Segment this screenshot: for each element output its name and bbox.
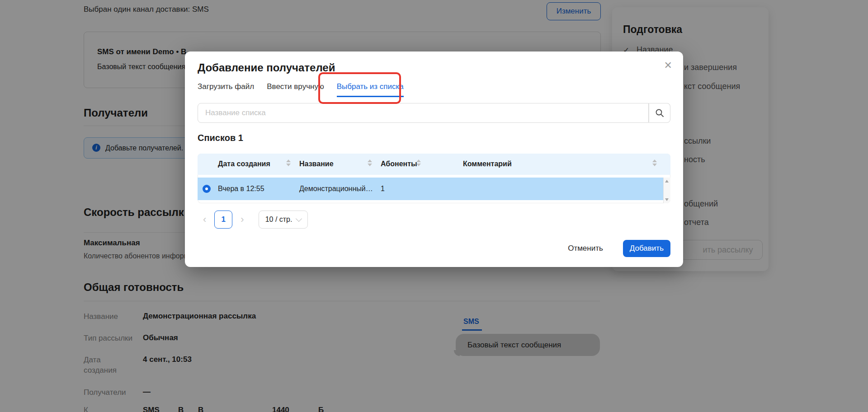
page-size-value: 10 / стр. [265,215,292,224]
tab-upload-file[interactable]: Загрузить файл [198,82,254,97]
lists-table: Дата создания Название Абоненты Коммента… [198,154,670,203]
add-button[interactable]: Добавить [623,240,670,257]
table-row[interactable]: Вчера в 12:55 Демонстрационный… 1 [198,178,664,200]
sort-icon[interactable] [286,159,291,166]
column-header-date[interactable]: Дата создания [218,160,270,168]
table-scrollbar[interactable] [663,178,670,203]
list-count: Списков 1 [198,133,243,143]
cell-date: Вчера в 12:55 [218,185,264,193]
column-header-subscribers[interactable]: Абоненты [381,160,417,168]
scroll-up-icon[interactable] [665,180,669,183]
search-input[interactable] [198,103,649,123]
scroll-down-icon[interactable] [665,198,669,201]
column-header-comment[interactable]: Комментарий [463,160,512,168]
sort-icon[interactable] [652,159,657,166]
table-header: Дата создания Название Абоненты Коммента… [198,154,670,175]
chevron-down-icon [296,215,302,222]
search-icon [655,108,664,117]
pagination-page-1[interactable]: 1 [214,211,232,229]
search-button[interactable] [649,103,670,123]
sort-icon[interactable] [368,159,372,166]
tab-enter-manually[interactable]: Ввести вручную [267,82,324,97]
search-row [198,103,670,123]
modal-title: Добавление получателей [198,61,335,74]
sort-icon[interactable] [416,159,421,166]
cancel-button[interactable]: Отменить [568,244,603,253]
page-size-select[interactable]: 10 / стр. [259,211,308,229]
pagination-next-icon[interactable]: › [241,211,244,228]
pagination-prev-icon[interactable]: ‹ [203,211,206,228]
modal-footer: Отменить Добавить [568,240,670,257]
add-recipients-modal: ✕ Добавление получателей Загрузить файл … [185,52,683,267]
highlight-box [318,72,401,104]
cell-subscribers: 1 [381,185,385,193]
close-icon[interactable]: ✕ [664,60,672,71]
radio-selected-icon[interactable] [203,185,211,193]
pagination: ‹ 1 › 10 / стр. [203,211,308,229]
app-root: Выбран один канал доставки: SMS Изменить… [0,0,868,412]
cell-name: Демонстрационный… [299,185,373,193]
column-header-name[interactable]: Название [299,160,334,168]
